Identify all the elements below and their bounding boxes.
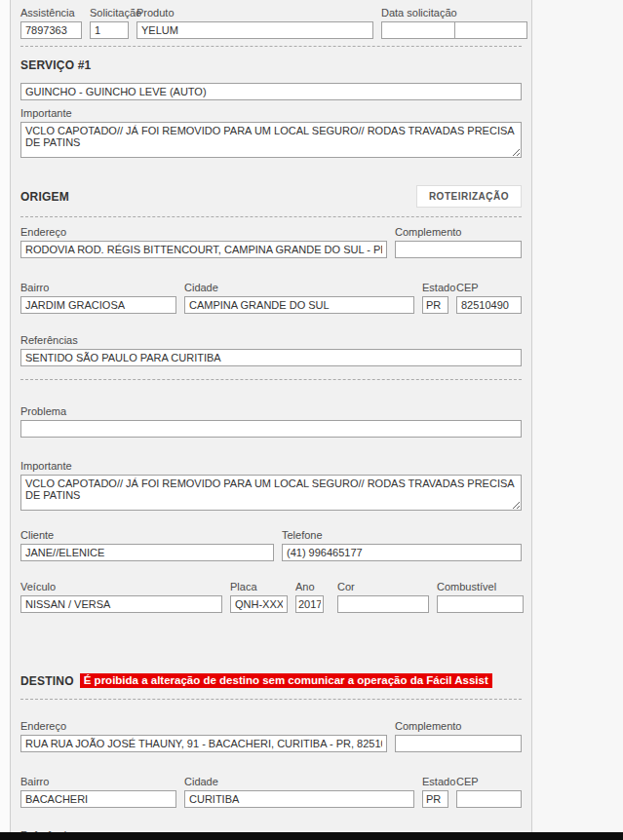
destino-endereco-input[interactable]	[20, 735, 387, 752]
assistance-form: Assistência Solicitação Produto Data sol…	[10, 0, 532, 840]
problema-input[interactable]	[20, 420, 522, 438]
destino-complemento-label: Complemento	[395, 721, 522, 732]
origem-cidade-label: Cidade	[184, 283, 414, 293]
origem-cep-label: CEP	[456, 283, 522, 293]
origem-importante-label: Importante	[20, 461, 522, 472]
destino-cep-label: CEP	[456, 777, 522, 787]
data-solicitacao-label: Data solicitação	[381, 8, 527, 19]
origem-estado-label: Estado	[422, 283, 448, 293]
destino-bairro-label: Bairro	[20, 777, 176, 787]
origem-cep-input[interactable]	[456, 296, 522, 314]
produto-input[interactable]	[136, 21, 373, 39]
destino-bairro-input[interactable]	[20, 790, 176, 808]
cliente-label: Cliente	[20, 530, 274, 541]
separator	[20, 699, 522, 700]
origem-referencias-input[interactable]	[20, 349, 522, 366]
header-row: Assistência Solicitação Produto Data sol…	[20, 8, 522, 39]
separator	[20, 46, 522, 47]
ano-label: Ano	[295, 582, 324, 592]
origem-complemento-input[interactable]	[395, 241, 522, 258]
ano-input[interactable]	[295, 595, 324, 613]
veiculo-label: Veículo	[20, 582, 222, 592]
cliente-input[interactable]	[20, 544, 274, 561]
data-solicitacao-date-input[interactable]	[381, 21, 455, 39]
destino-estado-input[interactable]	[422, 790, 448, 808]
origem-referencias-label: Referências	[20, 335, 522, 346]
origem-estado-input[interactable]	[422, 296, 448, 314]
data-solicitacao-time-input[interactable]	[454, 21, 527, 39]
placa-label: Placa	[230, 582, 288, 592]
origem-importante-textarea[interactable]: VCLO CAPOTADO// JÁ FOI REMOVIDO PARA UM …	[20, 475, 522, 511]
origem-bairro-input[interactable]	[20, 296, 176, 314]
destino-complemento-input[interactable]	[395, 735, 522, 752]
placa-input[interactable]	[230, 595, 288, 613]
servico-title: SERVIÇO #1	[20, 58, 522, 72]
cor-label: Cor	[337, 582, 429, 592]
bottom-black-bar	[0, 832, 623, 840]
origem-complemento-label: Complemento	[395, 227, 522, 238]
servico-importante-textarea[interactable]: VCLO CAPOTADO// JÁ FOI REMOVIDO PARA UM …	[20, 122, 522, 158]
combustivel-input[interactable]	[437, 595, 524, 613]
page-right-background	[532, 0, 623, 840]
problema-label: Problema	[20, 406, 522, 417]
roteirizacao-button[interactable]: ROTEIRIZAÇÃO	[416, 185, 522, 208]
destino-cep-input[interactable]	[456, 790, 522, 808]
solicitacao-input[interactable]	[90, 21, 129, 39]
destino-cidade-input[interactable]	[184, 790, 414, 808]
separator	[20, 216, 522, 217]
origem-cidade-input[interactable]	[184, 296, 414, 314]
cor-input[interactable]	[337, 595, 429, 613]
separator	[20, 379, 522, 380]
solicitacao-label: Solicitação	[90, 8, 129, 19]
servico-importante-label: Importante	[20, 108, 522, 119]
origem-title: ORIGEM	[20, 190, 69, 204]
destino-estado-label: Estado	[422, 777, 448, 787]
assistencia-label: Assistência	[20, 8, 82, 19]
produto-label: Produto	[136, 8, 373, 19]
assistencia-input[interactable]	[20, 21, 82, 39]
origem-endereco-input[interactable]	[20, 241, 387, 258]
origem-endereco-label: Endereço	[20, 227, 387, 238]
telefone-input[interactable]	[282, 544, 522, 561]
combustivel-label: Combustível	[437, 582, 524, 592]
destino-warning-badge: É proibida a alteração de destino sem co…	[80, 673, 492, 688]
servico-input[interactable]	[20, 83, 522, 100]
destino-cidade-label: Cidade	[184, 777, 414, 787]
telefone-label: Telefone	[282, 530, 522, 541]
origem-bairro-label: Bairro	[20, 283, 176, 293]
destino-endereco-label: Endereço	[20, 721, 387, 732]
destino-title: DESTINO	[20, 674, 74, 688]
veiculo-input[interactable]	[20, 595, 222, 613]
